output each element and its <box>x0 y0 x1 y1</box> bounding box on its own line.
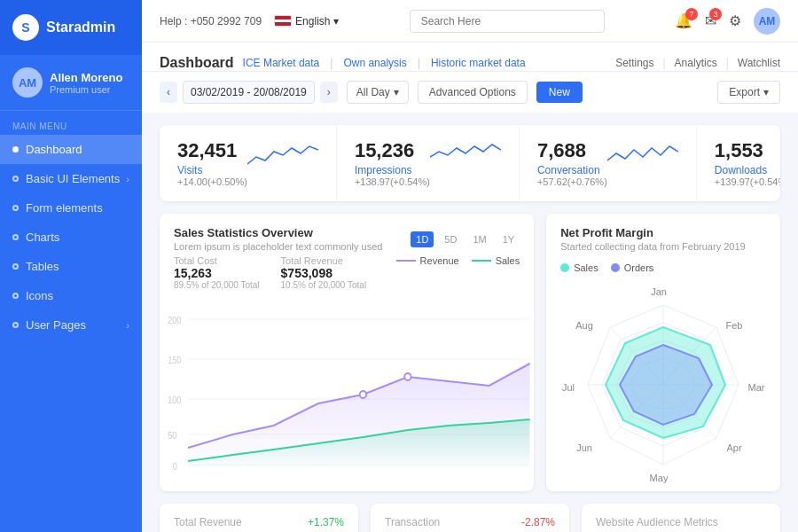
main-area: Help : +050 2992 709 English ▾ 🔔 7 ✉ 3 ⚙… <box>142 0 798 532</box>
total-revenue-pct: 10.5% of 20,000 Total <box>281 280 367 290</box>
advanced-options-button[interactable]: Advanced Options <box>418 81 528 104</box>
svg-point-12 <box>404 373 411 380</box>
settings-button[interactable]: ⚙ <box>729 12 741 29</box>
profit-header: Net Profit Margin Started collecting dat… <box>546 214 780 257</box>
nav-own[interactable]: Own analysis <box>343 57 406 69</box>
action-watchlist[interactable]: Watchlist <box>738 57 780 69</box>
sidebar-label-dashboard: Dashboard <box>26 143 82 156</box>
sparkline-conversation <box>607 139 678 171</box>
sidebar-dot-icons <box>12 293 19 299</box>
sales-meta: Total Cost 15,263 89.5% of 20,000 Total … <box>160 255 534 297</box>
topbar-left: Help : +050 2992 709 English ▾ <box>160 15 339 27</box>
dash-nav-links: ICE Market data | Own analysis | Histori… <box>243 57 526 69</box>
search-input[interactable] <box>410 10 605 33</box>
help-text: Help : +050 2992 709 <box>160 15 262 27</box>
export-button[interactable]: Export ▾ <box>717 81 780 104</box>
date-next-button[interactable]: › <box>320 82 338 103</box>
topbar-right: 🔔 7 ✉ 3 ⚙ AM <box>675 8 780 35</box>
stat-change-downloads: +139.97(+0.54%) <box>715 176 780 187</box>
sidebar-item-charts[interactable]: Charts <box>0 223 142 252</box>
stat-conversation: 7,688 Conversation +57.62(+0.76%) <box>520 125 697 201</box>
message-badge: 3 <box>709 8 722 20</box>
sidebar-logo: S Staradmin <box>0 0 142 55</box>
stat-change-impressions: +138.97(+0.54%) <box>355 176 430 187</box>
new-button[interactable]: New <box>536 82 583 103</box>
notification-badge: 7 <box>685 8 698 20</box>
legend-orders-dot <box>611 263 620 272</box>
sidebar-user: AM Allen Moreno Premium user <box>0 55 142 111</box>
flag-icon <box>274 15 292 27</box>
date-prev-button[interactable]: ‹ <box>160 82 177 103</box>
svg-text:Feb: Feb <box>726 320 743 331</box>
sidebar-item-tables[interactable]: Tables <box>0 252 142 281</box>
stat-label-visits: Visits <box>177 164 247 176</box>
svg-text:Aug: Aug <box>575 320 593 331</box>
stat-change-visits: +14.00(+0.50%) <box>177 176 247 187</box>
nav-ice[interactable]: ICE Market data <box>243 57 320 69</box>
action-analytics[interactable]: Analytics <box>675 57 717 69</box>
sidebar-label-tables: Tables <box>26 260 59 273</box>
sidebar-item-user-pages[interactable]: User Pages › <box>0 310 142 340</box>
topbar-avatar[interactable]: AM <box>754 8 780 35</box>
sales-header-row: Sales Statistics Overview Lorem ipsum is… <box>160 214 534 255</box>
sparkline-impressions <box>430 139 501 171</box>
bottom-row: Total Revenue +1.37% 184.42K <box>160 504 780 532</box>
topbar: Help : +050 2992 709 English ▾ 🔔 7 ✉ 3 ⚙… <box>142 0 798 43</box>
legend-sales-label: Sales <box>496 255 520 266</box>
audience-title: Website Audience Metrics <box>596 516 718 528</box>
transaction-header: Transaction -2.87% <box>385 516 555 528</box>
period-5d[interactable]: 5D <box>439 231 462 247</box>
period-1m[interactable]: 1M <box>467 231 491 247</box>
action-settings[interactable]: Settings <box>615 57 653 69</box>
stats-row: 32,451 Visits +14.00(+0.50%) 15,236 <box>160 125 780 201</box>
sidebar-item-dashboard[interactable]: Dashboard <box>0 135 142 164</box>
sparkline-visits <box>247 139 318 171</box>
profit-title: Net Profit Margin <box>560 226 766 239</box>
svg-text:Jun: Jun <box>576 442 592 453</box>
svg-text:May: May <box>650 473 669 483</box>
content-area: Dashboard ICE Market data | Own analysis… <box>142 43 798 532</box>
svg-text:50: 50 <box>168 431 176 441</box>
filter-bar: ‹ 03/02/2019 - 20/08/2019 › All Day ▾ Ad… <box>142 72 798 113</box>
legend-sales: Sales <box>472 255 520 266</box>
sales-chart-card: Sales Statistics Overview Lorem ipsum is… <box>160 214 534 491</box>
avatar: AM <box>12 67 43 98</box>
period-value: All Day <box>356 86 390 98</box>
stat-change-conversation: +57.62(+0.76%) <box>537 176 607 187</box>
total-revenue-card: Total Revenue +1.37% 184.42K <box>160 504 358 532</box>
notification-button[interactable]: 🔔 7 <box>675 12 692 29</box>
nav-historic[interactable]: Historic market data <box>431 57 526 69</box>
audience-metrics-card: Website Audience Metrics Page Views 523,… <box>582 504 780 532</box>
profit-legend: Sales Orders <box>546 257 780 278</box>
legend-revenue-line <box>396 260 416 262</box>
svg-text:200: 200 <box>168 316 181 325</box>
sidebar-item-icons[interactable]: Icons <box>0 281 142 310</box>
period-1y[interactable]: 1Y <box>497 231 520 247</box>
transaction-title: Transaction <box>385 516 440 528</box>
app-name: Staradmin <box>46 20 115 35</box>
stat-impressions: 15,236 Impressions +138.97(+0.54%) <box>337 125 520 201</box>
sidebar-item-basic-ui[interactable]: Basic UI Elements › <box>0 164 142 193</box>
message-button[interactable]: ✉ 3 <box>705 12 716 29</box>
date-range-display: 03/02/2019 - 20/08/2019 <box>183 81 315 104</box>
sidebar-label-basic-ui: Basic UI Elements <box>26 172 120 185</box>
period-controls: 1D 5D 1M 1Y <box>411 231 520 247</box>
legend-orders-text: Orders <box>624 262 654 273</box>
svg-text:100: 100 <box>168 395 181 405</box>
export-label: Export <box>729 86 760 98</box>
period-select[interactable]: All Day ▾ <box>347 81 409 104</box>
stat-value-impressions: 15,236 <box>355 139 430 162</box>
logo-icon: S <box>12 14 39 41</box>
page-title: Dashboard <box>160 55 234 71</box>
stat-top-conversation: 7,688 Conversation +57.62(+0.76%) <box>537 139 678 187</box>
period-1d[interactable]: 1D <box>411 231 434 247</box>
svg-point-11 <box>360 391 366 398</box>
cards-row: Sales Statistics Overview Lorem ipsum is… <box>160 214 780 491</box>
language-label: English <box>295 15 330 27</box>
chevron-right-icon: › <box>126 174 129 184</box>
sidebar-dot-form <box>12 205 19 211</box>
stat-label-conversation: Conversation <box>537 164 607 176</box>
sidebar-item-form-elements[interactable]: Form elements <box>0 193 142 223</box>
total-cost-value: 15,263 <box>174 266 260 280</box>
language-selector[interactable]: English ▾ <box>274 15 339 27</box>
